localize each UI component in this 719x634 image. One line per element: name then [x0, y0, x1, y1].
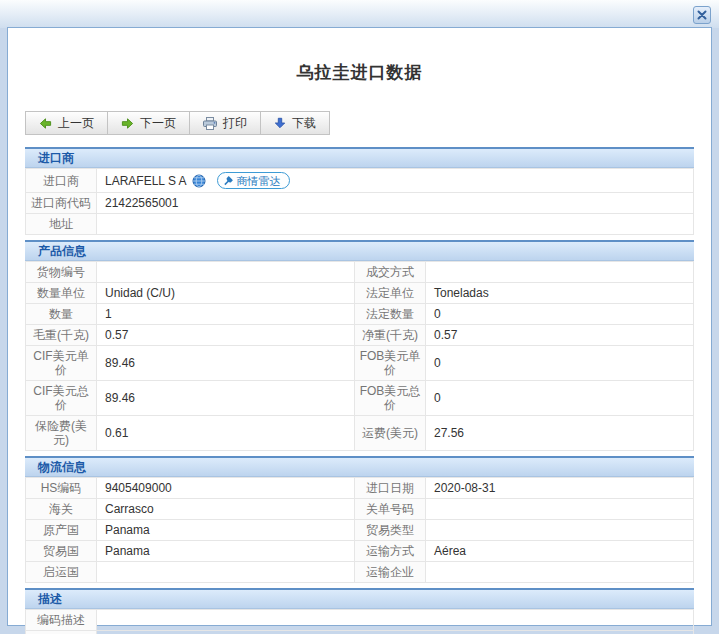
- prev-page-label: 上一页: [58, 115, 94, 132]
- table-row: 贸易国 Panama 运输方式 Aérea: [26, 541, 694, 562]
- field-value: LARAFELL S A: [97, 169, 694, 193]
- field-value: [426, 520, 694, 541]
- field-label: 海关: [26, 499, 97, 520]
- field-label: FOB美元单价: [355, 346, 426, 381]
- table-row: 货物编号 成交方式: [26, 262, 694, 283]
- field-label: 法定数量: [355, 304, 426, 325]
- toolbar: 上一页 下一页 打印 下载: [25, 111, 702, 135]
- field-label: 数量: [26, 304, 97, 325]
- field-value: 0: [426, 304, 694, 325]
- blue-down-arrow-icon: [274, 117, 286, 129]
- field-label: 运输方式: [355, 541, 426, 562]
- field-value: 0: [426, 381, 694, 416]
- section-importer: 进口商 进口商 LARAFELL S A: [25, 147, 694, 235]
- field-value: 89.46: [97, 346, 355, 381]
- table-row: 海关 Carrasco 关单号码: [26, 499, 694, 520]
- next-page-label: 下一页: [140, 115, 176, 132]
- field-value: Toneladas: [426, 283, 694, 304]
- download-button[interactable]: 下载: [260, 111, 330, 135]
- field-value: [97, 262, 355, 283]
- section-product: 产品信息 货物编号 成交方式 数量单位 Unidad (C/U) 法定单位 To…: [25, 240, 694, 451]
- table-row: CIF美元单价 89.46 FOB美元单价 0: [26, 346, 694, 381]
- page-title: 乌拉圭进口数据: [17, 61, 702, 84]
- field-label: 进口商代码: [26, 193, 97, 214]
- window-titlebar: [0, 0, 719, 28]
- field-value: 27.56: [426, 416, 694, 451]
- table-row: 毛重(千克) 0.57 净重(千克) 0.57: [26, 325, 694, 346]
- close-button[interactable]: [693, 6, 711, 24]
- table-row: 编码描述: [26, 610, 694, 631]
- field-value: [97, 214, 694, 235]
- print-label: 打印: [223, 115, 247, 132]
- badge-label: 商情雷达: [237, 174, 281, 188]
- field-label: 产品描述: [26, 631, 97, 634]
- field-value: Panama: [97, 520, 355, 541]
- field-label: 进口日期: [355, 478, 426, 499]
- table-row: 地址: [26, 214, 694, 235]
- table-row: HS编码 9405409000 进口日期 2020-08-31: [26, 478, 694, 499]
- field-label: 数量单位: [26, 283, 97, 304]
- field-value: Panama: [97, 541, 355, 562]
- table-row: 进口商 LARAFELL S A: [26, 169, 694, 193]
- field-value: 21422565001: [97, 193, 694, 214]
- field-label: 成交方式: [355, 262, 426, 283]
- table-row: 数量单位 Unidad (C/U) 法定单位 Toneladas: [26, 283, 694, 304]
- field-label: 法定单位: [355, 283, 426, 304]
- importer-table: 进口商 LARAFELL S A: [25, 168, 694, 235]
- field-label: 净重(千克): [355, 325, 426, 346]
- field-value: [97, 562, 355, 583]
- field-label: 地址: [26, 214, 97, 235]
- globe-icon[interactable]: [192, 174, 206, 188]
- field-label: 关单号码: [355, 499, 426, 520]
- field-value: TIRAS LED: [97, 631, 694, 634]
- field-label: 保险费(美元): [26, 416, 97, 451]
- field-value: [426, 562, 694, 583]
- table-row: 原产国 Panama 贸易类型: [26, 520, 694, 541]
- field-value: [426, 499, 694, 520]
- field-value: [97, 610, 694, 631]
- field-label: 贸易国: [26, 541, 97, 562]
- printer-icon: [203, 117, 217, 130]
- field-label: 毛重(千克): [26, 325, 97, 346]
- table-row: 保险费(美元) 0.61 运费(美元) 27.56: [26, 416, 694, 451]
- next-page-button[interactable]: 下一页: [107, 111, 190, 135]
- radar-icon: [223, 175, 234, 186]
- field-value: 0: [426, 346, 694, 381]
- business-radar-badge[interactable]: 商情雷达: [217, 172, 290, 189]
- importer-name: LARAFELL S A: [105, 174, 187, 188]
- print-button[interactable]: 打印: [189, 111, 261, 135]
- field-label: 贸易类型: [355, 520, 426, 541]
- field-value: 0.61: [97, 416, 355, 451]
- field-label: CIF美元总价: [26, 381, 97, 416]
- section-importer-title: 进口商: [25, 147, 694, 168]
- field-label: HS编码: [26, 478, 97, 499]
- green-right-arrow-icon: [121, 117, 134, 130]
- field-value: 89.46: [97, 381, 355, 416]
- field-label: 运费(美元): [355, 416, 426, 451]
- field-label: 货物编号: [26, 262, 97, 283]
- table-row: 启运国 运输企业: [26, 562, 694, 583]
- field-label: 进口商: [26, 169, 97, 193]
- field-label: FOB美元总价: [355, 381, 426, 416]
- table-row: 产品描述 TIRAS LED: [26, 631, 694, 634]
- table-row: CIF美元总价 89.46 FOB美元总价 0: [26, 381, 694, 416]
- section-product-title: 产品信息: [25, 240, 694, 261]
- dialog-content: 乌拉圭进口数据 上一页 下一页 打印: [7, 27, 712, 626]
- field-value: 2020-08-31: [426, 478, 694, 499]
- field-value: Aérea: [426, 541, 694, 562]
- description-table: 编码描述 产品描述 TIRAS LED: [25, 609, 694, 634]
- table-row: 进口商代码 21422565001: [26, 193, 694, 214]
- prev-page-button[interactable]: 上一页: [25, 111, 108, 135]
- field-label: 原产国: [26, 520, 97, 541]
- table-row: 数量 1 法定数量 0: [26, 304, 694, 325]
- field-value: [426, 262, 694, 283]
- field-value: 0.57: [97, 325, 355, 346]
- field-value: 1: [97, 304, 355, 325]
- section-logistics-title: 物流信息: [25, 456, 694, 477]
- field-label: 运输企业: [355, 562, 426, 583]
- section-logistics: 物流信息 HS编码 9405409000 进口日期 2020-08-31 海关 …: [25, 456, 694, 583]
- logistics-table: HS编码 9405409000 进口日期 2020-08-31 海关 Carra…: [25, 477, 694, 583]
- close-icon: [697, 10, 707, 20]
- field-value: 9405409000: [97, 478, 355, 499]
- section-description-title: 描述: [25, 588, 694, 609]
